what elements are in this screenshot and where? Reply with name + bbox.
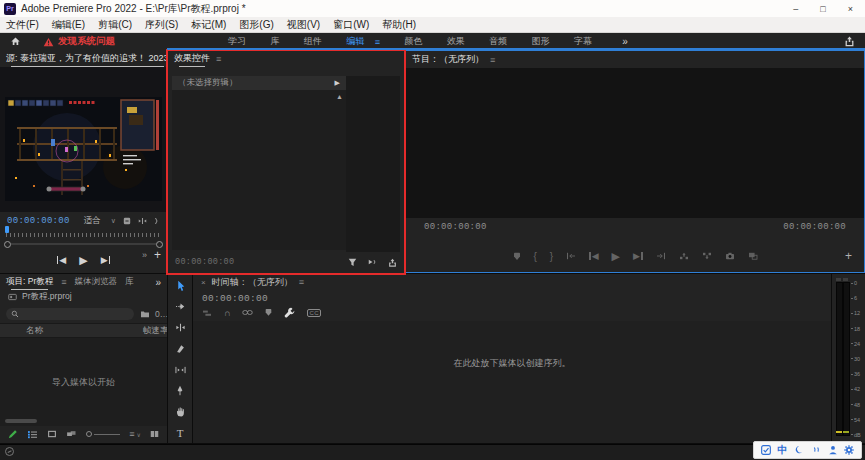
workspace-overflow-icon[interactable]: » [622,36,628,47]
home-icon[interactable] [10,36,21,47]
captions-icon[interactable]: CC [307,309,321,317]
menu-view[interactable]: 视图(V) [287,18,320,32]
thumbnail-zoom-slider[interactable] [86,431,120,437]
expand-arrow-icon[interactable]: ▶ [335,79,340,87]
column-name[interactable]: 名称 [26,325,43,337]
moon-icon[interactable] [794,445,804,455]
writable-pencil-icon[interactable] [8,429,18,439]
workspace-tab-editing[interactable]: 编辑 [346,35,364,48]
close-button[interactable]: × [848,4,853,14]
go-to-in-icon[interactable] [566,252,576,260]
hand-tool[interactable] [176,405,185,418]
source-video-thumbnail[interactable] [5,97,162,201]
icon-view-icon[interactable] [47,430,57,438]
marker-icon[interactable] [265,308,272,317]
step-forward-button[interactable]: ▶ [101,255,110,265]
audio-meters-panel[interactable]: 0 6 12 18 24 30 36 42 48 54 dB [832,274,865,443]
ime-check-icon[interactable] [761,445,771,455]
timeline-timecode[interactable]: 00:00:00:00 [202,293,268,304]
play-audio-only-icon[interactable] [368,258,377,266]
menu-markers[interactable]: 标记(M) [191,18,226,32]
timeline-track-area[interactable]: 在此处放下媒体以创建序列。 [193,321,831,443]
gear-icon[interactable] [844,445,854,455]
pen-tool[interactable] [176,384,184,397]
play-button[interactable]: ▶ [79,254,87,267]
button-editor-plus-icon[interactable]: + [845,249,852,263]
linked-selection-icon[interactable] [242,309,253,316]
button-editor-plus-icon[interactable]: + [154,248,161,262]
panel-overflow-icon[interactable]: » [155,277,161,288]
workspace-tab-components[interactable]: 组件 [304,35,322,48]
step-back-button[interactable]: ◀ [57,255,66,265]
track-select-tool[interactable] [175,300,186,313]
source-time-ruler[interactable] [6,233,161,237]
source-monitor-tab[interactable]: 源: 泰拉瑞亚，为了有价值的追求！ 2023 [6,52,167,66]
media-browser-tab[interactable]: 媒体浏览器 [75,276,118,288]
mark-in-icon[interactable]: { [534,251,537,262]
maximize-button[interactable]: □ [820,4,825,14]
panel-menu-icon[interactable]: ≡ [490,55,495,65]
add-marker-icon[interactable] [513,252,521,261]
source-playhead[interactable] [5,226,9,233]
search-input[interactable] [6,308,134,320]
source-zoom-select[interactable]: 适合 ∨ [84,215,116,227]
quick-export-icon[interactable] [844,36,855,47]
export-frame-icon[interactable] [388,258,397,267]
menu-window[interactable]: 窗口(W) [333,18,369,32]
ime-language-indicator[interactable]: 中 [777,443,787,457]
workspace-tab-color[interactable]: 颜色 [404,35,422,48]
zoom-handle-right[interactable] [156,241,163,248]
freeform-view-icon[interactable] [66,430,77,438]
program-current-timecode[interactable]: 00:00:00:00 [424,222,487,232]
go-to-out-icon[interactable] [656,252,666,260]
export-frame-camera-icon[interactable] [725,252,735,260]
libraries-tab[interactable]: 库 [125,276,134,288]
menu-edit[interactable]: 编辑(E) [52,18,85,32]
effect-controls-timecode[interactable]: 00:00:00:00 [175,257,234,267]
panel-menu-icon[interactable]: ≡ [61,277,66,287]
menu-sequence[interactable]: 序列(S) [145,18,178,32]
play-button[interactable]: ▶ [612,250,620,263]
drag-audio-icon[interactable] [154,217,160,225]
mark-out-icon[interactable]: } [550,251,553,262]
slip-tool[interactable] [175,363,186,376]
menu-file[interactable]: 文件(F) [6,18,39,32]
new-item-icon[interactable] [150,430,159,438]
razor-tool[interactable] [176,342,185,355]
transport-overflow-icon[interactable]: » [142,250,147,260]
project-tab[interactable]: 项目: Pr教程 [6,276,53,289]
snap-magnet-icon[interactable]: ∩ [224,308,230,318]
source-timecode[interactable]: 00:00:00:00 [7,216,70,226]
ripple-edit-tool[interactable] [175,321,186,334]
workspace-tab-effects[interactable]: 效果 [447,35,465,48]
scroll-up-icon[interactable]: ▲ [336,93,343,100]
effect-controls-tab[interactable]: 效果控件 [174,52,210,66]
list-view-icon[interactable] [27,430,38,439]
workspace-menu-icon[interactable]: ≡ [375,37,380,47]
timeline-settings-wrench-icon[interactable] [284,307,295,318]
panel-menu-icon[interactable]: ≡ [299,277,304,287]
settings-wrench-icon[interactable] [123,217,131,225]
insert-nest-icon[interactable] [202,309,212,317]
workspace-tab-learn[interactable]: 学习 [228,35,246,48]
project-item-list[interactable]: 导入媒体以开始 [0,338,167,426]
close-panel-icon[interactable]: × [201,278,206,287]
type-tool[interactable]: T [177,426,184,439]
selection-tool[interactable] [176,279,185,292]
minimize-button[interactable]: – [793,4,798,14]
timeline-tab[interactable]: 时间轴：（无序列） [212,276,293,289]
workspace-tab-libraries[interactable]: 库 [270,35,279,48]
voice-input-icon[interactable] [811,445,821,455]
zoom-handle-left[interactable] [4,241,11,248]
sync-status-icon[interactable] [5,447,14,456]
source-zoom-scrollbar[interactable] [4,241,163,247]
person-icon[interactable] [828,445,838,455]
menu-help[interactable]: 帮助(H) [382,18,416,32]
project-file-name[interactable]: Pr教程.prproj [22,291,72,303]
program-monitor-tab[interactable]: 节目：（无序列） [412,53,484,67]
sort-icon[interactable]: ≡ ∨ [129,429,141,439]
bin-folder-icon[interactable] [140,310,150,318]
column-frame-rate[interactable]: 帧速率 [143,325,167,337]
list-column-headers[interactable]: 名称 帧速率 [0,323,167,338]
workspace-tab-captions[interactable]: 字幕 [574,35,592,48]
